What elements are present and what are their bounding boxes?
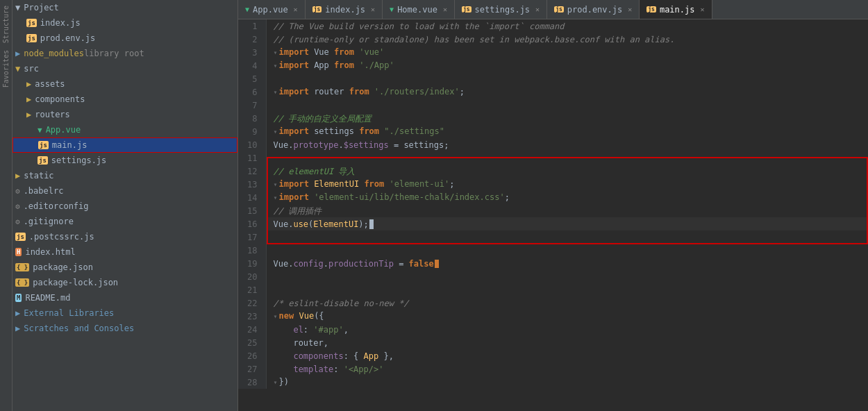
line-content-9: ▾import settings from "./settings" (266, 125, 868, 138)
line-content-20 (266, 270, 868, 283)
line-content-14: ▾import 'element-ui/lib/theme-chalk/inde… (266, 191, 868, 204)
line-number-25: 25 (238, 336, 266, 349)
tab-main-js[interactable]: jsmain.js✕ (640, 0, 712, 19)
sidebar-item-prod-env-js[interactable]: jsprod.env.js (12, 31, 237, 46)
sidebar-item-static[interactable]: ▶static (12, 168, 237, 183)
line-row-18: 18 (238, 244, 868, 257)
line-row-22: 22/* eslint-disable no-new */ (238, 296, 868, 310)
line-content-27: template: '<App/>' (266, 362, 868, 376)
line-content-8: // 手动的自定义全局配置 (266, 112, 868, 125)
line-content-15: // 调用插件 (266, 204, 868, 217)
code-area[interactable]: 1// The Vue build version to load with t… (238, 19, 868, 411)
sidebar-label: main.js (52, 140, 87, 150)
sidebar-item-src[interactable]: ▼src (12, 61, 237, 76)
line-row-13: 13▾import ElementUI from 'element-ui'; (238, 178, 868, 191)
line-number-17: 17 (238, 230, 266, 244)
line-number-24: 24 (238, 323, 266, 336)
sidebar-item-package-lock-json[interactable]: { }package-lock.json (12, 275, 237, 290)
sidebar-label: assets (35, 79, 65, 89)
line-content-21 (266, 283, 868, 296)
tab-close-home-vue[interactable]: ✕ (443, 6, 447, 13)
tab-close-main-js[interactable]: ✕ (701, 6, 705, 13)
sidebar-item-gitignore[interactable]: ⚙.gitignore (12, 214, 237, 229)
line-content-1: // The Vue build version to load with th… (266, 19, 868, 33)
tab-close-prod-env-js[interactable]: ✕ (628, 6, 632, 13)
tab-prod-env-js[interactable]: jsprod.env.js✕ (547, 0, 640, 19)
line-number-8: 8 (238, 112, 266, 125)
line-number-2: 2 (238, 33, 266, 46)
tab-close-settings-js[interactable]: ✕ (535, 6, 540, 13)
line-row-27: 27 template: '<App/>' (238, 362, 868, 376)
sidebar-item-assets[interactable]: ▶assets (12, 76, 237, 92)
tab-close-index-js[interactable]: ✕ (371, 6, 375, 13)
sidebar-item-main-js[interactable]: jsmain.js (12, 137, 237, 153)
sidebar-label: External Libraries (24, 308, 114, 318)
line-row-16: 16Vue.use(ElementUI); (238, 217, 868, 230)
sidebar-item-routers[interactable]: ▶routers (12, 107, 237, 122)
tab-home-vue[interactable]: ▼Home.vue✕ (383, 0, 455, 19)
sidebar-item-ext-libraries[interactable]: ▶External Libraries (12, 305, 237, 321)
line-number-14: 14 (238, 191, 266, 204)
line-row-20: 20 (238, 270, 868, 283)
sidebar-item-app-vue[interactable]: ▼App.vue (12, 122, 237, 137)
tab-label: settings.js (475, 5, 530, 15)
sidebar-label: index.js (40, 18, 81, 28)
sidebar-item-scratches[interactable]: ▶Scratches and Consoles (12, 321, 237, 336)
line-number-11: 11 (238, 151, 266, 165)
sidebar-item-index-js-1[interactable]: jsindex.js (12, 15, 237, 31)
line-number-16: 16 (238, 217, 266, 230)
line-number-26: 26 (238, 349, 266, 362)
sidebar-item-index-html[interactable]: Hindex.html (12, 244, 237, 260)
line-number-18: 18 (238, 244, 266, 257)
line-content-7 (266, 99, 868, 112)
sidebar-label: .gitignore (24, 217, 74, 226)
sidebar-item-postcssrc[interactable]: js.postcssrc.js (12, 229, 237, 244)
favorites-tab[interactable]: Favorites (1, 47, 11, 90)
line-number-22: 22 (238, 296, 266, 310)
line-number-5: 5 (238, 72, 266, 85)
line-row-23: 23▾new Vue({ (238, 310, 868, 323)
line-row-26: 26 components: { App }, (238, 349, 868, 362)
line-number-10: 10 (238, 138, 266, 151)
project-sidebar: ▼Projectjsindex.jsjsprod.env.js▶node_mod… (12, 0, 238, 411)
line-number-7: 7 (238, 99, 266, 112)
sidebar-item-babelrc[interactable]: ⚙.babelrc (12, 183, 237, 199)
line-number-27: 27 (238, 362, 266, 376)
sidebar-item-node-modules[interactable]: ▶node_modules library root (12, 46, 237, 61)
line-row-8: 8// 手动的自定义全局配置 (238, 112, 868, 125)
sidebar-label: static (24, 171, 53, 181)
line-content-4: ▾import App from './App' (266, 59, 868, 72)
tab-label: App.vue (253, 5, 288, 15)
line-content-11 (266, 151, 868, 165)
tab-close-app-vue[interactable]: ✕ (294, 6, 298, 13)
line-number-28: 28 (238, 376, 266, 389)
line-row-14: 14▾import 'element-ui/lib/theme-chalk/in… (238, 191, 868, 204)
sidebar-label: src (24, 64, 39, 74)
tab-settings-js[interactable]: jssettings.js✕ (455, 0, 547, 19)
line-content-13: ▾import ElementUI from 'element-ui'; (266, 178, 868, 191)
tab-app-vue[interactable]: ▼App.vue✕ (238, 0, 306, 19)
structure-tab[interactable]: Structure (1, 3, 11, 46)
line-content-2: // (runtime-only or standalone) has been… (266, 33, 868, 46)
line-content-26: components: { App }, (266, 349, 868, 362)
line-content-16: Vue.use(ElementUI); (266, 217, 868, 230)
line-row-12: 12// elementUI 导入 (238, 165, 868, 178)
line-content-22: /* eslint-disable no-new */ (266, 296, 868, 310)
line-row-5: 5 (238, 72, 868, 85)
line-row-28: 28▾}) (238, 376, 868, 389)
sidebar-item-project-root[interactable]: ▼Project (12, 0, 237, 15)
sidebar-item-package-json[interactable]: { }package.json (12, 260, 237, 275)
sidebar-label: settings.js (51, 156, 106, 165)
tab-index-js[interactable]: jsindex.js✕ (306, 0, 383, 19)
line-content-23: ▾new Vue({ (266, 310, 868, 323)
line-content-10: Vue.prototype.$settings = settings; (266, 138, 868, 151)
sidebar-label: Project (24, 3, 59, 12)
line-content-18 (266, 244, 868, 257)
line-content-17 (266, 230, 868, 244)
sidebar-item-readme-md[interactable]: MREADME.md (12, 290, 237, 305)
sidebar-label: README.md (25, 293, 70, 303)
sidebar-item-editorconfig[interactable]: ⚙.editorconfig (12, 199, 237, 214)
sidebar-item-settings-js[interactable]: jssettings.js (12, 153, 237, 168)
sidebar-item-components[interactable]: ▶components (12, 92, 237, 107)
sidebar-label: .editorconfig (24, 201, 89, 211)
